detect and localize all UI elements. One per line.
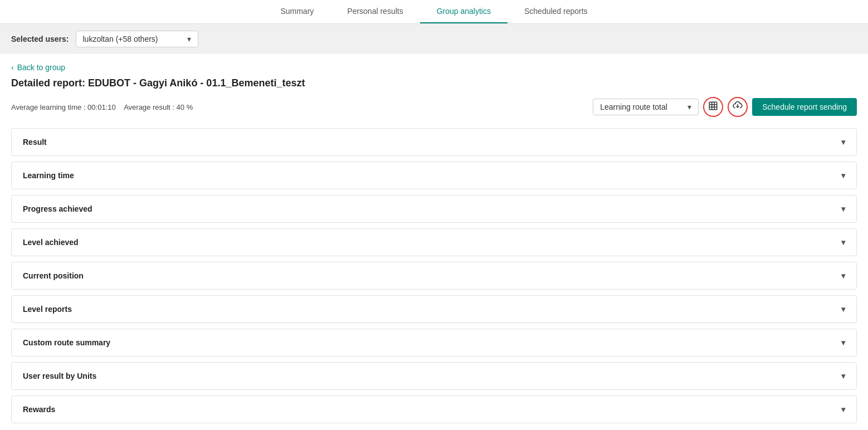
chevron-down-icon: ▾ [187,35,191,43]
accordion-section-learning-time: Learning time▾ [11,162,857,189]
accordion-header-custom-route-summary[interactable]: Custom route summary▾ [12,329,856,356]
svg-rect-0 [709,102,717,110]
excel-export-button[interactable] [703,97,723,117]
accordion-label-custom-route-summary: Custom route summary [23,338,110,347]
accordion-label-level-reports: Level reports [23,305,72,314]
chevron-down-icon: ▾ [841,372,845,380]
accordion-label-user-result-by-units: User result by Units [23,372,96,380]
chevron-down-icon: ▾ [841,271,845,280]
accordion-section-current-position: Current position▾ [11,262,857,290]
accordion-header-current-position[interactable]: Current position▾ [12,262,856,289]
accordion-section-progress-achieved: Progress achieved▾ [11,195,857,223]
back-to-group-label: Back to group [17,63,65,72]
cloud-icon [733,101,743,113]
stats-toolbar: Average learning time : 00:01:10 Average… [11,97,857,117]
accordion-section-user-result-by-units: User result by Units▾ [11,362,857,390]
tab-personal-results[interactable]: Personal results [330,0,420,23]
tab-scheduled-reports[interactable]: Scheduled reports [508,0,604,23]
route-select-value: Learning route total [600,102,667,111]
back-to-group-link[interactable]: ‹ Back to group [11,63,857,72]
users-dropdown[interactable]: lukzoltan (+58 others) ▾ [76,31,198,47]
accordion-header-learning-time[interactable]: Learning time▾ [12,162,856,189]
accordion-container: Result▾Learning time▾Progress achieved▾L… [11,128,857,423]
avg-learning-time-label: Average learning time : [11,103,85,111]
accordion-label-level-achieved: Level achieved [23,238,79,247]
accordion-header-rewards[interactable]: Rewards▾ [12,396,856,423]
back-arrow-icon: ‹ [11,63,14,72]
tab-group-analytics[interactable]: Group analytics [420,0,508,23]
chevron-down-icon: ▾ [687,102,691,111]
chevron-down-icon: ▾ [841,405,845,414]
avg-result-label: Average result : [124,103,174,111]
route-select-dropdown[interactable]: Learning route total ▾ [593,99,699,115]
page-title: Detailed report: EDUBOT - Gagyi Anikó - … [11,77,857,89]
stats-text: Average learning time : 00:01:10 Average… [11,103,193,111]
toolbar-right: Learning route total ▾ [593,97,857,117]
accordion-header-level-reports[interactable]: Level reports▾ [12,296,856,322]
accordion-header-result[interactable]: Result▾ [12,129,856,155]
schedule-report-button[interactable]: Schedule report sending [752,98,857,116]
accordion-section-level-achieved: Level achieved▾ [11,228,857,256]
chevron-down-icon: ▾ [841,204,845,213]
accordion-section-custom-route-summary: Custom route summary▾ [11,329,857,356]
avg-learning-time-value: 00:01:10 [87,103,116,111]
accordion-header-progress-achieved[interactable]: Progress achieved▾ [12,196,856,222]
accordion-label-learning-time: Learning time [23,171,74,180]
top-nav: SummaryPersonal resultsGroup analyticsSc… [0,0,868,24]
tab-summary[interactable]: Summary [264,0,330,23]
main-content: ‹ Back to group Detailed report: EDUBOT … [0,54,868,430]
accordion-header-level-achieved[interactable]: Level achieved▾ [12,229,856,256]
excel-icon [708,101,718,113]
accordion-label-rewards: Rewards [23,405,55,414]
accordion-header-user-result-by-units[interactable]: User result by Units▾ [12,363,856,389]
chevron-down-icon: ▾ [841,171,845,180]
accordion-section-result: Result▾ [11,128,857,156]
chevron-down-icon: ▾ [841,305,845,314]
chevron-down-icon: ▾ [841,338,845,347]
chevron-down-icon: ▾ [841,238,845,247]
users-bar: Selected users: lukzoltan (+58 others) ▾ [0,24,868,54]
selected-users-label: Selected users: [11,35,69,43]
accordion-label-result: Result [23,138,47,146]
cloud-download-button[interactable] [728,97,748,117]
accordion-section-rewards: Rewards▾ [11,395,857,423]
accordion-label-current-position: Current position [23,271,84,280]
accordion-section-level-reports: Level reports▾ [11,295,857,323]
avg-result-value: 40 % [177,103,193,111]
chevron-down-icon: ▾ [841,138,845,146]
users-dropdown-value: lukzoltan (+58 others) [83,35,158,43]
accordion-label-progress-achieved: Progress achieved [23,204,92,213]
